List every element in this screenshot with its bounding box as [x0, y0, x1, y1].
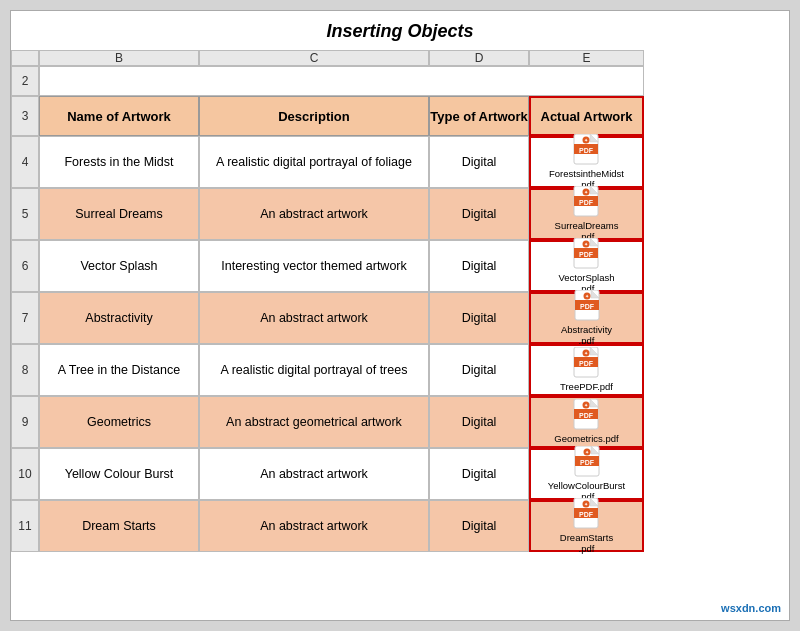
row-num-5: 5: [11, 188, 39, 240]
col-header-d: E: [529, 50, 644, 66]
svg-text:✦: ✦: [585, 293, 589, 299]
cell-pdf[interactable]: PDF ✦ ForestsintheMidst.pdf: [529, 136, 644, 188]
svg-text:✦: ✦: [584, 403, 588, 409]
row-num-10: 10: [11, 448, 39, 500]
table-row: 6 Vector Splash Interesting vector theme…: [11, 240, 789, 292]
table-row: 11 Dream Starts An abstract artwork Digi…: [11, 500, 789, 552]
svg-text:PDF: PDF: [579, 360, 594, 367]
header-actual: Actual Artwork: [529, 96, 644, 136]
pdf-filename: DreamStarts.pdf: [560, 532, 613, 555]
row-3-label: 3: [11, 96, 39, 136]
pdf-icon: PDF ✦: [573, 290, 601, 322]
cell-name: Surreal Dreams: [39, 188, 199, 240]
pdf-icon: PDF ✦: [572, 399, 600, 431]
cell-description: An abstract artwork: [199, 500, 429, 552]
spreadsheet-title: Inserting Objects: [11, 11, 789, 50]
svg-text:PDF: PDF: [579, 412, 594, 419]
svg-text:✦: ✦: [584, 241, 588, 247]
row-num-6: 6: [11, 240, 39, 292]
table-row: 9 Geometrics An abstract geometrical art…: [11, 396, 789, 448]
svg-text:✦: ✦: [584, 501, 588, 507]
cell-type: Digital: [429, 396, 529, 448]
svg-text:PDF: PDF: [579, 146, 594, 153]
cell-type: Digital: [429, 500, 529, 552]
cell-description: A realistic digital portrayal of foliage: [199, 136, 429, 188]
svg-text:PDF: PDF: [580, 458, 595, 465]
cell-name: Dream Starts: [39, 500, 199, 552]
pdf-filename: Geometrics.pdf: [554, 433, 618, 444]
pdf-icon: PDF ✦: [573, 446, 601, 478]
pdf-icon: PDF ✦: [572, 238, 600, 270]
pdf-icon-group: PDF ✦ TreePDF.pdf: [560, 347, 613, 392]
watermark: wsxdn.com: [721, 602, 781, 614]
col-header-b: C: [199, 50, 429, 66]
pdf-filename: TreePDF.pdf: [560, 381, 613, 392]
svg-text:PDF: PDF: [579, 250, 594, 257]
cell-pdf[interactable]: PDF ✦ Geometrics.pdf: [529, 396, 644, 448]
cell-type: Digital: [429, 240, 529, 292]
cell-description: Interesting vector themed artwork: [199, 240, 429, 292]
cell-type: Digital: [429, 292, 529, 344]
table-row: 10 Yellow Colour Burst An abstract artwo…: [11, 448, 789, 500]
col-header-c: D: [429, 50, 529, 66]
svg-text:✦: ✦: [584, 351, 588, 357]
pdf-icon: PDF ✦: [572, 186, 600, 218]
data-rows: 4 Forests in the Midst A realistic digit…: [11, 136, 789, 552]
cell-type: Digital: [429, 136, 529, 188]
cell-pdf[interactable]: PDF ✦ Abstractivity.pdf: [529, 292, 644, 344]
cell-pdf[interactable]: PDF ✦ SurrealDreams.pdf: [529, 188, 644, 240]
table-row: 5 Surreal Dreams An abstract artwork Dig…: [11, 188, 789, 240]
spreadsheet: Inserting Objects B C D E 2 3 Name of Ar…: [10, 10, 790, 621]
pdf-icon-group: PDF ✦ Geometrics.pdf: [554, 399, 618, 444]
row-2-label: 2: [11, 66, 39, 96]
pdf-icon-group: PDF ✦ Abstractivity.pdf: [561, 290, 612, 347]
cell-name: Forests in the Midst: [39, 136, 199, 188]
cell-description: An abstract artwork: [199, 448, 429, 500]
svg-text:✦: ✦: [584, 189, 588, 195]
header-description: Description: [199, 96, 429, 136]
cell-pdf[interactable]: PDF ✦ DreamStarts.pdf: [529, 500, 644, 552]
pdf-icon-group: PDF ✦ ForestsintheMidst.pdf: [549, 134, 624, 191]
cell-pdf[interactable]: PDF ✦ YellowColourBurst.pdf: [529, 448, 644, 500]
cell-type: Digital: [429, 188, 529, 240]
cell-pdf[interactable]: PDF ✦ VectorSplash.pdf: [529, 240, 644, 292]
row-num-4: 4: [11, 136, 39, 188]
table-row: 8 A Tree in the Distance A realistic dig…: [11, 344, 789, 396]
row-num-9: 9: [11, 396, 39, 448]
table-row: 4 Forests in the Midst A realistic digit…: [11, 136, 789, 188]
svg-text:PDF: PDF: [580, 302, 595, 309]
cell-name: Geometrics: [39, 396, 199, 448]
col-header-a: B: [39, 50, 199, 66]
pdf-icon-group: PDF ✦ VectorSplash.pdf: [559, 238, 615, 295]
cell-description: An abstract artwork: [199, 292, 429, 344]
cell-type: Digital: [429, 344, 529, 396]
row-num-8: 8: [11, 344, 39, 396]
title-cell-span: [39, 66, 644, 96]
header-name: Name of Artwork: [39, 96, 199, 136]
cell-type: Digital: [429, 448, 529, 500]
corner-cell: [11, 50, 39, 66]
row-num-11: 11: [11, 500, 39, 552]
cell-description: An abstract artwork: [199, 188, 429, 240]
svg-text:✦: ✦: [584, 137, 588, 143]
pdf-icon-group: PDF ✦ SurrealDreams.pdf: [555, 186, 619, 243]
svg-text:✦: ✦: [585, 449, 589, 455]
pdf-filename: Abstractivity.pdf: [561, 324, 612, 347]
header-type: Type of Artwork: [429, 96, 529, 136]
cell-name: Vector Splash: [39, 240, 199, 292]
cell-description: A realistic digital portrayal of trees: [199, 344, 429, 396]
pdf-icon: PDF ✦: [572, 498, 600, 530]
cell-pdf[interactable]: PDF ✦ TreePDF.pdf: [529, 344, 644, 396]
cell-name: Yellow Colour Burst: [39, 448, 199, 500]
row-num-7: 7: [11, 292, 39, 344]
svg-text:PDF: PDF: [579, 510, 594, 517]
svg-text:PDF: PDF: [579, 198, 594, 205]
pdf-icon-group: PDF ✦ YellowColourBurst.pdf: [548, 446, 625, 503]
cell-description: An abstract geometrical artwork: [199, 396, 429, 448]
cell-name: Abstractivity: [39, 292, 199, 344]
pdf-icon: PDF ✦: [572, 347, 600, 379]
pdf-icon-group: PDF ✦ DreamStarts.pdf: [560, 498, 613, 555]
cell-name: A Tree in the Distance: [39, 344, 199, 396]
pdf-icon: PDF ✦: [572, 134, 600, 166]
table-row: 7 Abstractivity An abstract artwork Digi…: [11, 292, 789, 344]
